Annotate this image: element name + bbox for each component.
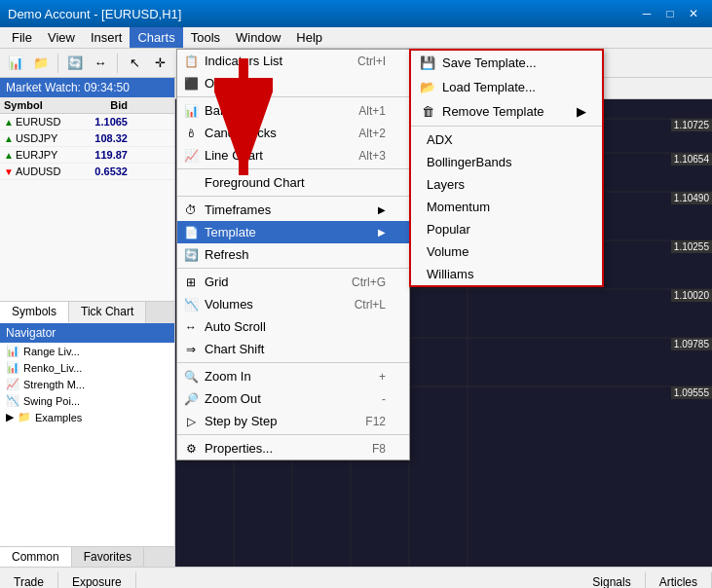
menu-item-template[interactable]: 📄 Template ▶ bbox=[177, 221, 409, 243]
menu-sep-6 bbox=[177, 434, 409, 435]
menu-insert[interactable]: Insert bbox=[83, 27, 131, 48]
template-adx[interactable]: ADX bbox=[411, 129, 602, 151]
chart-shift-label: Chart Shift bbox=[205, 342, 264, 356]
menu-view[interactable]: View bbox=[40, 27, 83, 48]
refresh-label: Refresh bbox=[205, 247, 249, 262]
menu-sep-1 bbox=[177, 96, 409, 97]
maximize-button[interactable]: □ bbox=[659, 5, 681, 22]
auto-scroll-label: Auto Scroll bbox=[205, 319, 266, 334]
menu-item-volumes[interactable]: 📉 Volumes Ctrl+L bbox=[177, 293, 409, 315]
menu-item-auto-scroll[interactable]: ↔ Auto Scroll bbox=[177, 315, 409, 338]
submenu-load-template[interactable]: 📂 Load Template... bbox=[411, 75, 602, 99]
template-submenu[interactable]: 💾 Save Template... 📂 Load Template... 🗑 … bbox=[409, 49, 604, 287]
new-chart-button[interactable]: 📊 bbox=[4, 52, 27, 75]
nav-item-examples[interactable]: ▶ 📁 Examples bbox=[0, 409, 174, 425]
tab-favorites[interactable]: Favorites bbox=[72, 547, 144, 567]
timeframes-label: Timeframes bbox=[205, 202, 271, 217]
tab-common[interactable]: Common bbox=[0, 547, 72, 567]
menu-item-chart-shift[interactable]: ⇒ Chart Shift bbox=[177, 338, 409, 360]
cursor-button[interactable]: ↖ bbox=[123, 52, 146, 75]
market-watch-row-eurjpy[interactable]: ▲ EURJPY 119.87 bbox=[0, 147, 174, 164]
line-chart-label: Line Chart bbox=[205, 148, 263, 163]
zoom-out-menu-icon: 🔎 bbox=[183, 391, 199, 407]
remove-template-label: Remove Template bbox=[442, 104, 544, 119]
menu-sep-5 bbox=[177, 362, 409, 363]
nav-label-swing: Swing Poi... bbox=[23, 395, 80, 407]
menu-item-bar-chart[interactable]: 📊 Bar Chart Alt+1 bbox=[177, 99, 409, 122]
nav-label-range: Range Liv... bbox=[23, 346, 80, 357]
eurjpy-bid: 119.87 bbox=[78, 148, 131, 162]
candlesticks-shortcut: Alt+2 bbox=[358, 127, 386, 140]
step-by-step-label: Step by Step bbox=[205, 414, 277, 428]
nav-item-range[interactable]: 📊 Range Liv... bbox=[0, 343, 174, 359]
close-button[interactable]: ✕ bbox=[683, 5, 704, 22]
expand-icon-examples: ▶ bbox=[6, 411, 14, 423]
menu-window[interactable]: Window bbox=[228, 27, 288, 48]
template-layers[interactable]: Layers bbox=[411, 173, 602, 196]
tab-articles[interactable]: Articles bbox=[646, 572, 712, 589]
template-williams[interactable]: Williams bbox=[411, 263, 602, 285]
title-bar-title: Demo Account - [EURUSD,H1] bbox=[8, 7, 181, 21]
symbol-audusd: ▼ AUDUSD bbox=[0, 165, 78, 178]
eurjpy-direction-icon: ▲ bbox=[4, 150, 14, 161]
menu-item-candlesticks[interactable]: 🕯 Candlesticks Alt+2 bbox=[177, 122, 409, 144]
template-arrow-icon: ▶ bbox=[378, 227, 386, 238]
menu-charts[interactable]: Charts bbox=[130, 27, 182, 48]
col-bid: Bid bbox=[78, 97, 131, 113]
nav-item-renko[interactable]: 📊 Renko_Liv... bbox=[0, 359, 174, 376]
zoom-in-shortcut: + bbox=[379, 370, 386, 384]
template-volume[interactable]: Volume bbox=[411, 240, 602, 263]
tab-trade[interactable]: Trade bbox=[0, 572, 58, 589]
menu-item-foreground-chart[interactable]: Foreground Chart bbox=[177, 171, 409, 194]
menu-item-refresh[interactable]: 🔄 Refresh bbox=[177, 243, 409, 266]
tab-tick-chart[interactable]: Tick Chart bbox=[69, 302, 146, 323]
menu-item-zoom-in[interactable]: 🔍 Zoom In + bbox=[177, 365, 409, 387]
objects-label: Objects bbox=[205, 76, 247, 91]
submenu-separator bbox=[411, 126, 602, 127]
crosshair-button[interactable]: ✛ bbox=[148, 52, 171, 75]
menu-help[interactable]: Help bbox=[288, 27, 330, 48]
tab-exposure[interactable]: Exposure bbox=[58, 572, 136, 589]
menu-tools[interactable]: Tools bbox=[183, 27, 228, 48]
menu-item-zoom-out[interactable]: 🔎 Zoom Out - bbox=[177, 387, 409, 410]
template-bollingerbands[interactable]: BollingerBands bbox=[411, 151, 602, 173]
foreground-icon bbox=[183, 175, 199, 191]
nav-icon-swing: 📉 bbox=[6, 394, 19, 407]
menu-item-timeframes[interactable]: ⏱ Timeframes ▶ bbox=[177, 199, 409, 221]
toolbar-btn-2[interactable]: ↔ bbox=[89, 52, 112, 75]
menu-item-properties[interactable]: ⚙ Properties... F8 bbox=[177, 437, 409, 459]
menu-item-line-chart[interactable]: 📈 Line Chart Alt+3 bbox=[177, 144, 409, 166]
menu-item-objects[interactable]: ⬛ Objects bbox=[177, 72, 409, 94]
market-watch-row-usdjpy[interactable]: ▲ USDJPY 108.32 bbox=[0, 130, 174, 147]
submenu-remove-template[interactable]: 🗑 Remove Template ▶ bbox=[411, 99, 602, 124]
menu-item-step-by-step[interactable]: ▷ Step by Step F12 bbox=[177, 410, 409, 432]
tab-symbols[interactable]: Symbols bbox=[0, 302, 69, 323]
menu-item-indicators-list[interactable]: 📋 Indicators List Ctrl+I bbox=[177, 50, 409, 72]
tab-signals[interactable]: Signals bbox=[579, 572, 645, 589]
objects-icon: ⬛ bbox=[183, 76, 199, 92]
template-popular[interactable]: Popular bbox=[411, 218, 602, 240]
market-watch-row-audusd[interactable]: ▼ AUDUSD 0.6532 bbox=[0, 164, 174, 180]
nav-label-examples: Examples bbox=[35, 412, 82, 423]
indicators-list-shortcut: Ctrl+I bbox=[357, 55, 386, 68]
submenu-save-template[interactable]: 💾 Save Template... bbox=[411, 51, 602, 75]
toolbar-btn-1[interactable]: 🔄 bbox=[63, 52, 87, 75]
market-watch-tabs: Symbols Tick Chart bbox=[0, 301, 174, 323]
refresh-icon: 🔄 bbox=[183, 247, 199, 263]
nav-item-swing[interactable]: 📉 Swing Poi... bbox=[0, 392, 174, 409]
market-watch-row-eurusd[interactable]: ▲ EURUSD 1.1065 bbox=[0, 114, 174, 130]
charts-dropdown-menu[interactable]: 📋 Indicators List Ctrl+I ⬛ Objects 📊 Bar… bbox=[176, 49, 410, 460]
minimize-button[interactable]: ─ bbox=[636, 5, 657, 22]
remove-template-icon: 🗑 bbox=[419, 103, 436, 121]
properties-label: Properties... bbox=[205, 441, 273, 456]
menu-file[interactable]: File bbox=[4, 27, 40, 48]
open-button[interactable]: 📁 bbox=[29, 52, 53, 75]
title-bar: Demo Account - [EURUSD,H1] ─ □ ✕ bbox=[0, 0, 712, 27]
load-template-label: Load Template... bbox=[442, 80, 536, 94]
menu-item-grid[interactable]: ⊞ Grid Ctrl+G bbox=[177, 271, 409, 293]
template-momentum[interactable]: Momentum bbox=[411, 196, 602, 218]
nav-item-strength[interactable]: 📈 Strength M... bbox=[0, 376, 174, 392]
indicators-list-icon: 📋 bbox=[183, 54, 199, 69]
line-chart-icon: 📈 bbox=[183, 148, 199, 164]
symbol-usdjpy: ▲ USDJPY bbox=[0, 131, 78, 145]
